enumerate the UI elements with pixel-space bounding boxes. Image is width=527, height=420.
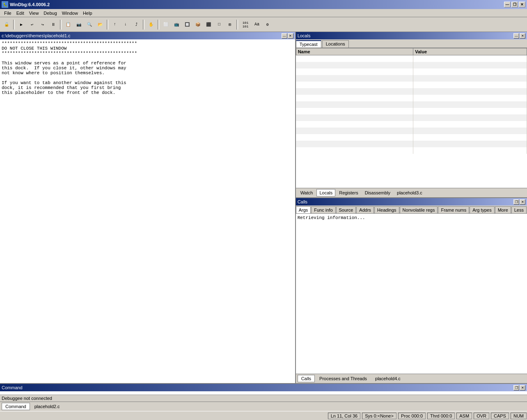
- col-value: Value: [413, 48, 527, 55]
- status-asm: ASM: [456, 413, 472, 419]
- toolbar-btn-1[interactable]: 🔓: [2, 20, 11, 30]
- calls-bottom-tab-placehold4[interactable]: placehold4.c: [371, 375, 404, 382]
- toolbar-btn-13[interactable]: ⬜: [161, 20, 171, 30]
- toolbar-btn-6[interactable]: 📋: [63, 20, 73, 30]
- toolbar-btn-16[interactable]: 📦: [193, 20, 203, 30]
- minimize-button[interactable]: —: [504, 2, 511, 7]
- calls-tab-addrs[interactable]: Addrs: [356, 206, 374, 213]
- panels-area: c:\debuggers\themes\placehold1.c — ✕ ***…: [0, 32, 527, 383]
- table-row: [296, 75, 527, 82]
- toolbar-btn-2[interactable]: ▶: [16, 20, 26, 30]
- toolbar-btn-12[interactable]: ⤴: [131, 20, 141, 30]
- locals-close-btn[interactable]: ✕: [520, 33, 525, 39]
- title-bar: 🐛 WinDbg:6.4.0006.2 — ❐ ✕: [0, 0, 527, 9]
- table-row: [296, 128, 527, 134]
- calls-tab-funcinfo[interactable]: Func info: [311, 206, 335, 213]
- calls-bottom-tab-calls[interactable]: Calls: [298, 375, 315, 382]
- calls-tab-source[interactable]: Source: [336, 206, 356, 213]
- toolbar-sep-6: [236, 20, 238, 30]
- table-row: [296, 88, 527, 95]
- table-row: [296, 82, 527, 88]
- calls-titlebar: Calls ❐ ✕: [296, 198, 527, 205]
- calls-close-btn[interactable]: ✕: [520, 199, 525, 205]
- table-row: [296, 108, 527, 114]
- tab-disassembly[interactable]: Disassembly: [362, 189, 393, 196]
- toolbar-btn-18[interactable]: □: [214, 20, 224, 30]
- calls-restore-btn[interactable]: ❐: [513, 199, 519, 205]
- menu-debug[interactable]: Debug: [41, 10, 59, 16]
- toolbar: 🔓 ▶ ↩ ↪ ⏸ 📋 📷 🔍 📂 ↑ ↓ ⤴ ✋ ⬜ 📺 🔲 📦 ⬛ □ ⊞ …: [0, 17, 527, 32]
- toolbar-btn-15[interactable]: 🔲: [182, 20, 192, 30]
- tab-locations[interactable]: Locations: [322, 40, 349, 48]
- tab-placehold3[interactable]: placehold3.c: [394, 189, 425, 196]
- calls-tab-framenums[interactable]: Frame nums: [438, 206, 469, 213]
- command-tab-placehold2[interactable]: placehold2.c: [31, 403, 64, 410]
- right-col: Locals — ✕ Typecast Locations Name: [296, 32, 527, 383]
- table-row: [296, 68, 527, 75]
- calls-bottom-tab-procs[interactable]: Processes and Threads: [316, 375, 371, 382]
- table-row: [296, 101, 527, 108]
- calls-tab-more[interactable]: More: [495, 206, 511, 213]
- toolbar-sep-4: [143, 20, 144, 30]
- menu-file[interactable]: File: [2, 10, 14, 16]
- toolbar-sep-5: [158, 20, 159, 30]
- status-position: Ln 11, Col 36: [328, 413, 360, 419]
- calls-tab-less[interactable]: Less: [511, 206, 527, 213]
- status-ovr: OVR: [474, 413, 489, 419]
- toolbar-btn-9[interactable]: 📂: [95, 20, 105, 30]
- toolbar-btn-hand[interactable]: ✋: [146, 20, 156, 30]
- command-tab-command[interactable]: Command: [2, 403, 30, 410]
- restore-button[interactable]: ❐: [511, 2, 518, 7]
- app-title: WinDbg:6.4.0006.2: [10, 2, 50, 7]
- command-content[interactable]: [0, 391, 527, 395]
- calls-tab-argtypes[interactable]: Arg types: [470, 206, 494, 213]
- menu-help[interactable]: Help: [80, 10, 95, 16]
- table-row: [296, 134, 527, 141]
- command-restore-btn[interactable]: ❐: [513, 385, 519, 390]
- toolbar-btn-asm[interactable]: 101101: [240, 20, 251, 30]
- col-name: Name: [296, 48, 413, 55]
- toolbar-btn-7[interactable]: 📷: [74, 20, 84, 30]
- locals-table[interactable]: Name Value: [296, 48, 527, 188]
- table-row: [296, 95, 527, 101]
- table-row: [296, 141, 527, 147]
- calls-tab-args[interactable]: Args: [296, 206, 311, 213]
- calls-titlebar-buttons: ❐ ✕: [513, 199, 525, 205]
- toolbar-sep-3: [107, 20, 108, 30]
- toolbar-btn-5[interactable]: ⏸: [48, 20, 58, 30]
- status-num: NUM: [511, 413, 527, 419]
- calls-tab-headings[interactable]: Headings: [374, 206, 399, 213]
- status-proc: Proc 000:0: [398, 413, 426, 419]
- toolbar-btn-19[interactable]: ⊞: [225, 20, 235, 30]
- tab-typecast[interactable]: Typecast: [296, 40, 321, 48]
- locals-titlebar-buttons: — ✕: [513, 33, 525, 39]
- status-bar: Ln 11, Col 36 Sys 0:<None> Proc 000:0 Th…: [0, 411, 527, 420]
- toolbar-btn-4[interactable]: ↪: [38, 20, 48, 30]
- toolbar-btn-8[interactable]: 🔍: [85, 20, 94, 30]
- status-bar-left: [0, 415, 328, 417]
- close-button[interactable]: ✕: [519, 2, 525, 7]
- source-minimize-btn[interactable]: —: [282, 33, 287, 39]
- toolbar-btn-11[interactable]: ↓: [121, 20, 131, 30]
- toolbar-btn-10[interactable]: ↑: [110, 20, 120, 30]
- toolbar-btn-14[interactable]: 📺: [172, 20, 181, 30]
- toolbar-btn-settings[interactable]: ⚙: [263, 20, 273, 30]
- status-thrd: Thrd 000:0: [427, 413, 455, 419]
- command-close-btn[interactable]: ✕: [520, 385, 525, 390]
- command-panel: Command ❐ ✕ Debuggee not connected Comma…: [0, 383, 527, 411]
- toolbar-sep-2: [60, 20, 62, 30]
- source-content[interactable]: ****************************************…: [0, 39, 295, 383]
- toolbar-btn-17[interactable]: ⬛: [204, 20, 213, 30]
- source-close-btn[interactable]: ✕: [288, 33, 293, 39]
- status-sys: Sys 0:<None>: [362, 413, 396, 419]
- calls-tab-nonvolatile[interactable]: Nonvolatile regs: [400, 206, 438, 213]
- toolbar-btn-font[interactable]: Aa: [252, 20, 262, 30]
- tab-registers[interactable]: Registers: [336, 189, 361, 196]
- tab-locals[interactable]: Locals: [316, 189, 335, 196]
- menu-edit[interactable]: Edit: [14, 10, 27, 16]
- menu-window[interactable]: Window: [60, 10, 80, 16]
- menu-view[interactable]: View: [27, 10, 41, 16]
- locals-minimize-btn[interactable]: —: [513, 33, 519, 39]
- toolbar-btn-3[interactable]: ↩: [27, 20, 37, 30]
- tab-watch[interactable]: Watch: [298, 189, 316, 196]
